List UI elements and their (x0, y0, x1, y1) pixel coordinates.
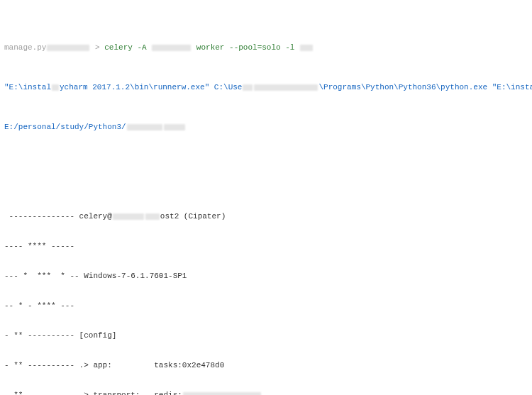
path-text: ycharm 2017.1.2\bin\runnerw.exe" (60, 83, 209, 91)
smudge (127, 124, 162, 130)
cmd-text: worker --pool=solo -l (192, 43, 299, 52)
path-text: "E:\instal (4, 83, 51, 91)
banner-line: - ** ---------- .> app: tasks:0x2e478d0 (4, 360, 528, 370)
smudge (52, 84, 59, 91)
path-text: E:/personal/study/Python3/ (4, 123, 126, 131)
banner-text: ost2 (Cipater) (160, 212, 226, 221)
smudge (243, 84, 253, 91)
exe-path-line: "E:\instalycharm 2017.1.2\bin\runnerw.ex… (4, 82, 528, 92)
banner-line: --- * *** * -- Windows-7-6.1.7601-SP1 (4, 271, 528, 281)
banner-text: -------------- celery@ (4, 212, 112, 221)
smudge (47, 45, 89, 51)
separator: > (90, 43, 104, 52)
smudge (145, 213, 160, 220)
smudge (164, 124, 185, 130)
blank-line (4, 162, 528, 172)
path-text: \Programs\Python\Python36\python.exe "E:… (318, 83, 532, 91)
smudge (113, 213, 144, 220)
banner-text: - ** ---------- .> transport: redis: (4, 391, 182, 395)
smudge (254, 84, 318, 91)
exe-path-line-2: E:/personal/study/Python3/ (4, 122, 528, 132)
path-text: C:\Use (209, 83, 242, 91)
smudge (300, 45, 313, 51)
banner-line: - ** ---------- .> transport: redis: (4, 390, 528, 395)
banner-line: -------------- celery@ost2 (Cipater) (4, 211, 528, 221)
banner-line: - ** ---------- [config] (4, 330, 528, 340)
smudge (183, 392, 261, 395)
command-header: manage.py > celery -A worker --pool=solo… (4, 43, 528, 52)
file-label: manage.py (4, 43, 46, 52)
cmd-text: celery -A (104, 43, 151, 52)
banner-line: ---- **** ----- (4, 241, 528, 251)
terminal-output: manage.py > celery -A worker --pool=solo… (0, 0, 532, 395)
smudge (152, 45, 191, 51)
banner-line: -- * - **** --- (4, 301, 528, 311)
